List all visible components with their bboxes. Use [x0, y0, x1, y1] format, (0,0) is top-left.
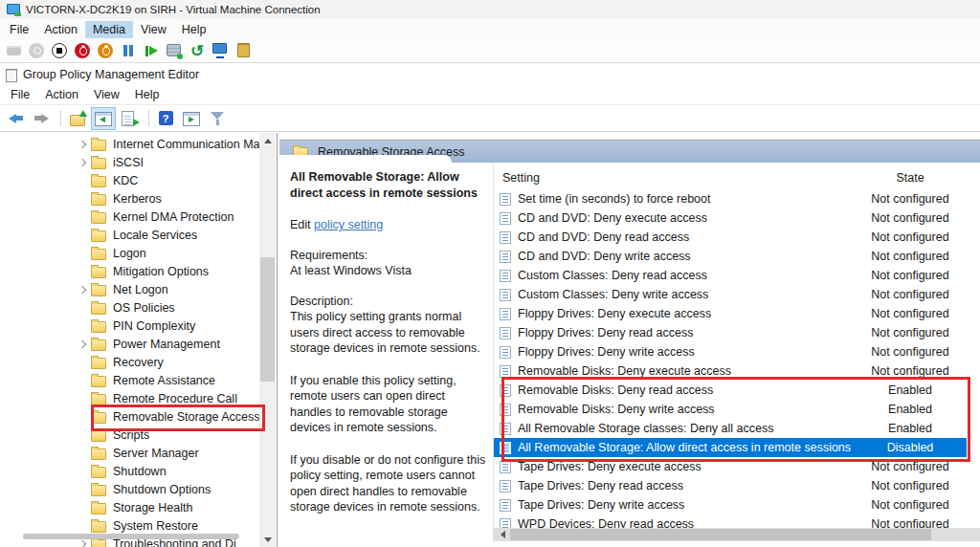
- gpme-menu-item-view[interactable]: View: [86, 86, 127, 103]
- tree-item-shutdown-options[interactable]: Shutdown Options: [0, 480, 259, 498]
- tree-item-os-policies[interactable]: OS Policies: [0, 298, 259, 317]
- tree-scroll-up-icon[interactable]: [259, 133, 276, 148]
- edit-prefix: Edit: [290, 218, 314, 231]
- tree-item-label: System Restore: [113, 519, 198, 533]
- setting-row-floppy-drives-deny-write-access[interactable]: Floppy Drives: Deny write accessNot conf…: [494, 342, 967, 361]
- extended-tab-curve: [279, 155, 452, 163]
- setting-row-tape-drives-deny-execute-access[interactable]: Tape Drives: Deny execute accessNot conf…: [494, 457, 967, 476]
- vm-menu-item-file[interactable]: File: [2, 21, 36, 38]
- policy-setting-link[interactable]: policy setting: [314, 218, 383, 231]
- list-scroll-left-icon[interactable]: [495, 528, 511, 541]
- setting-row-wpd-devices-deny-read-access[interactable]: WPD Devices: Deny read accessNot configu…: [494, 514, 967, 528]
- tree-item-logon[interactable]: Logon: [0, 244, 259, 262]
- up-folder-icon[interactable]: [66, 108, 89, 129]
- gpme-menu-item-action[interactable]: Action: [37, 86, 86, 103]
- turn-off-icon[interactable]: [49, 40, 70, 61]
- gpme-menu-item-file[interactable]: File: [3, 86, 37, 103]
- tree-scrollbar-thumb[interactable]: [260, 257, 275, 382]
- filter-icon[interactable]: [206, 108, 229, 129]
- setting-name: All Removable Storage classes: Deny all …: [518, 422, 773, 435]
- share-icon[interactable]: [233, 40, 254, 61]
- tree-item-remote-procedure-call[interactable]: Remote Procedure Call: [0, 389, 259, 407]
- tree-scroll-down-icon[interactable]: [259, 532, 276, 547]
- revert-icon[interactable]: [187, 40, 208, 61]
- setting-row-removable-disks-deny-write-access[interactable]: Removable Disks: Deny write accessEnable…: [494, 400, 967, 419]
- tree-item-scripts[interactable]: Scripts: [0, 426, 259, 444]
- tree-item-kdc[interactable]: KDC: [0, 171, 259, 189]
- setting-row-tape-drives-deny-read-access[interactable]: Tape Drives: Deny read accessNot configu…: [494, 476, 967, 495]
- folder-icon: [91, 267, 106, 278]
- setting-state: Not configured: [834, 498, 980, 512]
- setting-row-all-removable-storage-allow-direct-access-in-remote-sessions[interactable]: All Removable Storage: Allow direct acce…: [494, 438, 967, 457]
- setting-row-cd-and-dvd-deny-write-access[interactable]: CD and DVD: Deny write accessNot configu…: [494, 247, 967, 266]
- export-list-icon[interactable]: [118, 108, 141, 129]
- vm-menu-item-help[interactable]: Help: [174, 21, 214, 38]
- tree-item-label: Remote Assistance: [113, 374, 215, 387]
- ctrl-alt-del-icon[interactable]: [3, 40, 24, 61]
- tree-item-label: Server Manager: [113, 447, 199, 460]
- tree-item-internet-communication-ma[interactable]: Internet Communication Ma: [0, 135, 259, 153]
- list-horizontal-scrollbar[interactable]: [493, 528, 980, 541]
- tree-item-iscsi[interactable]: iSCSI: [0, 153, 259, 171]
- folder-icon: [91, 394, 106, 405]
- extended-view-icon[interactable]: [180, 108, 203, 129]
- tree-item-storage-health[interactable]: Storage Health: [0, 498, 259, 516]
- tree-item-locale-services[interactable]: Locale Services: [0, 226, 259, 244]
- checkpoint-icon[interactable]: [164, 40, 185, 61]
- tree-item-server-manager[interactable]: Server Manager: [0, 444, 259, 462]
- tree-item-pin-complexity[interactable]: PIN Complexity: [0, 317, 259, 335]
- tree-item-mitigation-options[interactable]: Mitigation Options: [0, 262, 259, 280]
- tree-item-kerberos[interactable]: Kerberos: [0, 189, 259, 208]
- setting-row-removable-disks-deny-execute-access[interactable]: Removable Disks: Deny execute accessNot …: [494, 361, 967, 381]
- vm-menu-item-media[interactable]: Media: [85, 21, 133, 38]
- folder-icon: [91, 449, 106, 460]
- vm-menu-item-action[interactable]: Action: [36, 21, 85, 38]
- column-header-setting[interactable]: Setting: [502, 171, 540, 185]
- expander-chevron-icon[interactable]: [78, 339, 86, 347]
- start-icon[interactable]: [26, 40, 47, 61]
- list-scrollbar-thumb[interactable]: [510, 529, 931, 540]
- tree-item-label: PIN Complexity: [113, 319, 195, 333]
- setting-row-removable-disks-deny-read-access[interactable]: Removable Disks: Deny read accessEnabled: [494, 381, 967, 400]
- setting-row-custom-classes-deny-write-access[interactable]: Custom Classes: Deny write accessNot con…: [494, 285, 967, 304]
- setting-name: CD and DVD: Deny read access: [518, 230, 689, 244]
- enhanced-session-icon[interactable]: [210, 40, 231, 61]
- vm-menu-item-view[interactable]: View: [133, 21, 174, 38]
- setting-row-all-removable-storage-classes-deny-all-access[interactable]: All Removable Storage classes: Deny all …: [494, 419, 967, 438]
- tree-vertical-scrollbar[interactable]: [259, 133, 276, 547]
- pause-icon[interactable]: [118, 40, 139, 61]
- save-state-icon[interactable]: [95, 40, 116, 61]
- requirements-label: Requirements:: [290, 248, 489, 264]
- shut-down-icon[interactable]: [72, 40, 93, 61]
- tree-horizontal-scrollbar[interactable]: [23, 534, 239, 539]
- setting-row-floppy-drives-deny-read-access[interactable]: Floppy Drives: Deny read accessNot confi…: [494, 323, 967, 342]
- expander-chevron-icon[interactable]: [78, 285, 86, 293]
- expander-chevron-icon[interactable]: [78, 158, 86, 165]
- setting-name: CD and DVD: Deny write access: [518, 250, 691, 263]
- tree-item-system-restore[interactable]: System Restore: [0, 516, 259, 535]
- setting-row-tape-drives-deny-write-access[interactable]: Tape Drives: Deny write accessNot config…: [494, 495, 967, 514]
- tree-item-recovery[interactable]: Recovery: [0, 353, 259, 371]
- console-tree-icon[interactable]: [92, 108, 115, 129]
- column-header-state[interactable]: State: [834, 171, 980, 185]
- policy-setting-icon: [500, 251, 511, 263]
- tree-item-kernel-dma-protection[interactable]: Kernel DMA Protection: [0, 208, 259, 226]
- back-icon[interactable]: [4, 108, 27, 129]
- setting-row-custom-classes-deny-read-access[interactable]: Custom Classes: Deny read accessNot conf…: [494, 266, 967, 285]
- tree-item-shutdown[interactable]: Shutdown: [0, 462, 259, 480]
- tree-item-removable-storage-access[interactable]: Removable Storage Access: [0, 407, 259, 426]
- gpme-menu-item-help[interactable]: Help: [127, 86, 167, 103]
- tree-item-remote-assistance[interactable]: Remote Assistance: [0, 371, 259, 389]
- setting-row-cd-and-dvd-deny-execute-access[interactable]: CD and DVD: Deny execute accessNot confi…: [494, 208, 967, 228]
- expander-chevron-icon[interactable]: [78, 140, 86, 147]
- help-icon[interactable]: [154, 108, 177, 129]
- expander-chevron-icon[interactable]: [78, 539, 86, 547]
- reset-icon[interactable]: [141, 40, 162, 61]
- setting-row-set-time-in-seconds-to-force-reboot[interactable]: Set time (in seconds) to force rebootNot…: [494, 189, 967, 208]
- setting-name: Removable Disks: Deny read access: [518, 383, 713, 397]
- setting-row-cd-and-dvd-deny-read-access[interactable]: CD and DVD: Deny read accessNot configur…: [494, 228, 967, 247]
- tree-item-power-management[interactable]: Power Management: [0, 335, 259, 353]
- forward-icon[interactable]: [30, 108, 53, 129]
- tree-item-net-logon[interactable]: Net Logon: [0, 280, 259, 298]
- setting-row-floppy-drives-deny-execute-access[interactable]: Floppy Drives: Deny execute accessNot co…: [494, 304, 967, 323]
